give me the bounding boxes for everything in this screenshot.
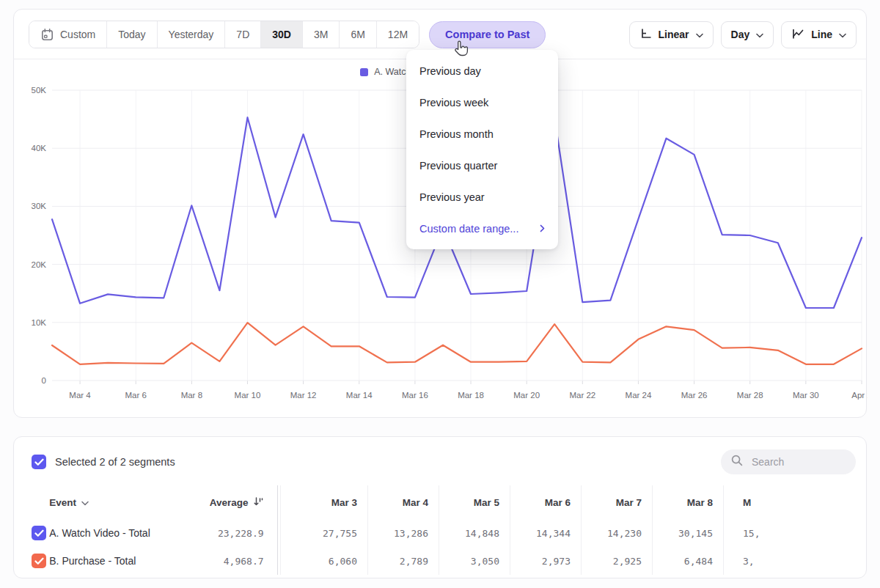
search-icon (730, 454, 744, 470)
event-label: B. Purchase - Total (49, 547, 207, 575)
date-column-header[interactable]: Mar 7 (582, 485, 653, 519)
menu-item-custom-date-range[interactable]: Custom date range... (406, 213, 558, 244)
search-box[interactable] (721, 449, 856, 474)
date-value-cell: 3,050 (439, 547, 510, 575)
event-label: A. Watch Video - Total (49, 519, 207, 547)
x-axis-label: Mar 16 (402, 391, 428, 400)
date-column-headers: Mar 3Mar 4Mar 5Mar 6Mar 7Mar 8M (297, 485, 866, 519)
date-value-cell: 6,060 (297, 547, 368, 575)
x-axis-label: Mar 22 (569, 391, 595, 400)
analytics-report-page: CustomTodayYesterday7D30D3M6M12M Compare… (0, 0, 880, 588)
scale-label: Linear (659, 29, 689, 40)
table-row: A. Watch Video - Total23,228.927,75513,2… (14, 519, 866, 547)
x-axis-label: Mar 14 (346, 391, 373, 400)
x-axis-label: Mar 26 (681, 391, 708, 400)
date-value-cell: 14,344 (510, 519, 582, 547)
legend-swatch (360, 68, 368, 76)
y-axis-label: 0 (42, 376, 46, 385)
table-header-row: Event Average Mar 3Mar 4Mar 5Mar 6Mar 7M… (14, 485, 866, 519)
chart-controls: Linear Day Line (629, 21, 857, 48)
table-body: A. Watch Video - Total23,228.927,75513,2… (14, 519, 866, 575)
search-input[interactable] (750, 455, 846, 468)
date-value-cell: 15, (724, 519, 795, 547)
x-axis-label: Mar 18 (458, 391, 484, 400)
x-axis-label: Mar 28 (737, 391, 763, 400)
compare-dropdown-menu: Previous dayPrevious weekPrevious monthP… (406, 50, 558, 249)
y-axis-label: 40K (32, 144, 47, 152)
date-value-cell: 2,973 (510, 547, 582, 575)
date-preset-7d[interactable]: 7D (225, 21, 261, 48)
menu-item-previous-week[interactable]: Previous week (406, 87, 558, 118)
x-axis-label: Mar 12 (290, 391, 317, 400)
date-value-cell: 3, (724, 547, 795, 575)
average-column-header[interactable]: Average (207, 485, 278, 519)
row-checkbox[interactable] (32, 554, 46, 568)
date-value-cell: 6,484 (653, 547, 724, 575)
segments-table-card: Selected 2 of 2 segments Event Average (13, 436, 867, 578)
date-value-cell: 13,286 (368, 519, 439, 547)
date-value-cell: 30,145 (653, 519, 724, 547)
menu-item-previous-quarter[interactable]: Previous quarter (406, 150, 558, 181)
date-value-cell: 14,230 (582, 519, 653, 547)
chart-type-select-button[interactable]: Line (781, 21, 857, 48)
menu-item-previous-month[interactable]: Previous month (406, 118, 558, 150)
x-axis-label: Mar 6 (125, 391, 147, 400)
chevron-down-icon (81, 497, 89, 508)
menu-item-previous-year[interactable]: Previous year (406, 181, 558, 213)
date-value-cell: 14,848 (439, 519, 510, 547)
date-preset-12m[interactable]: 12M (377, 21, 419, 48)
date-column-header[interactable]: Mar 4 (368, 485, 439, 519)
date-preset-yesterday[interactable]: Yesterday (158, 21, 226, 48)
menu-item-previous-day[interactable]: Previous day (406, 55, 558, 87)
chevron-down-icon (839, 29, 846, 40)
chart-card: CustomTodayYesterday7D30D3M6M12M Compare… (13, 9, 867, 418)
x-axis-label: Apr 1 (851, 391, 868, 400)
chart-type-label: Line (811, 29, 832, 40)
date-value-cell: 27,755 (297, 519, 368, 547)
row-checkbox[interactable] (32, 526, 46, 540)
chevron-down-icon (756, 29, 763, 40)
date-column-header[interactable]: Mar 8 (653, 485, 724, 519)
table-top-bar: Selected 2 of 2 segments (14, 437, 866, 485)
interval-label: Day (731, 29, 750, 40)
x-axis-label: Mar 20 (513, 391, 540, 400)
table-row: B. Purchase - Total4,968.76,0602,7893,05… (14, 547, 866, 575)
selection-summary: Selected 2 of 2 segments (55, 456, 175, 468)
scale-select-button[interactable]: Linear (629, 21, 714, 48)
date-preset-6m[interactable]: 6M (340, 21, 376, 48)
y-axis-label: 20K (32, 260, 47, 269)
date-range-group: CustomTodayYesterday7D30D3M6M12M (29, 21, 419, 48)
x-axis-label: Mar 4 (69, 391, 91, 400)
calendar-icon (40, 28, 54, 42)
line-chart-icon (791, 28, 804, 42)
linear-axis-icon (639, 27, 652, 42)
x-axis-label: Mar 30 (793, 391, 819, 400)
chevron-right-icon (540, 223, 545, 235)
mouse-pointer-hand-cursor (452, 40, 470, 62)
date-value-cell: 2,789 (368, 547, 439, 575)
date-column-header[interactable]: Mar 5 (439, 485, 510, 519)
date-column-header[interactable]: Mar 3 (297, 485, 368, 519)
event-column-header[interactable]: Event (49, 485, 207, 519)
y-axis-label: 50K (32, 86, 47, 95)
average-value: 23,228.9 (207, 519, 278, 547)
date-column-header[interactable]: Mar 6 (510, 485, 582, 519)
date-preset-3m[interactable]: 3M (303, 21, 340, 48)
interval-select-button[interactable]: Day (721, 21, 774, 48)
y-axis-label: 10K (32, 318, 47, 327)
sort-descending-icon (253, 496, 264, 509)
date-preset-custom[interactable]: Custom (29, 21, 107, 48)
compare-to-past-button[interactable]: Compare to Past (429, 21, 546, 48)
x-axis-label: Mar 24 (626, 391, 652, 400)
average-value: 4,968.7 (207, 547, 278, 575)
chart-line-b-purchase[interactable] (52, 323, 862, 364)
x-axis-label: Mar 8 (181, 391, 202, 400)
select-all-checkbox[interactable] (32, 455, 46, 469)
x-axis-label: Mar 10 (235, 391, 261, 400)
date-preset-today[interactable]: Today (107, 21, 157, 48)
date-preset-30d[interactable]: 30D (261, 21, 303, 48)
date-column-header[interactable]: M (724, 485, 795, 519)
date-value-cell: 2,925 (582, 547, 653, 575)
y-axis-label: 30K (32, 202, 47, 210)
chevron-down-icon (696, 29, 703, 40)
